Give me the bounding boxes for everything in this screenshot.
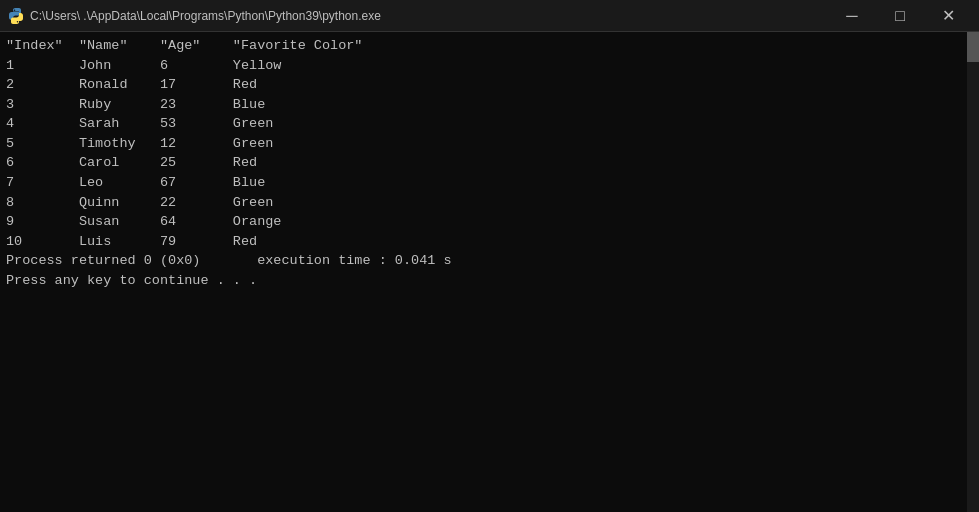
console-line: Process returned 0 (0x0) execution time … [6,251,973,271]
console-line: Press any key to continue . . . [6,271,973,291]
console-line: 10 Luis 79 Red [6,232,973,252]
scrollbar[interactable] [967,32,979,512]
console-lines: "Index" "Name" "Age" "Favorite Color"1 J… [6,36,973,290]
window-title: C:\Users\ .\AppData\Local\Programs\Pytho… [30,9,381,23]
console-line: 7 Leo 67 Blue [6,173,973,193]
scrollbar-thumb[interactable] [967,32,979,62]
console-line: "Index" "Name" "Age" "Favorite Color" [6,36,973,56]
console-line: 1 John 6 Yellow [6,56,973,76]
console-line: 5 Timothy 12 Green [6,134,973,154]
maximize-button[interactable]: □ [877,0,923,32]
python-icon [8,8,24,24]
console-line: 2 Ronald 17 Red [6,75,973,95]
console-line: 6 Carol 25 Red [6,153,973,173]
console-line: 4 Sarah 53 Green [6,114,973,134]
window: C:\Users\ .\AppData\Local\Programs\Pytho… [0,0,979,512]
window-controls: ─ □ ✕ [829,0,971,32]
console-line: 8 Quinn 22 Green [6,193,973,213]
minimize-button[interactable]: ─ [829,0,875,32]
title-bar: C:\Users\ .\AppData\Local\Programs\Pytho… [0,0,979,32]
title-bar-left: C:\Users\ .\AppData\Local\Programs\Pytho… [8,8,381,24]
close-button[interactable]: ✕ [925,0,971,32]
console-output: "Index" "Name" "Age" "Favorite Color"1 J… [0,32,979,512]
console-line: 3 Ruby 23 Blue [6,95,973,115]
console-line: 9 Susan 64 Orange [6,212,973,232]
